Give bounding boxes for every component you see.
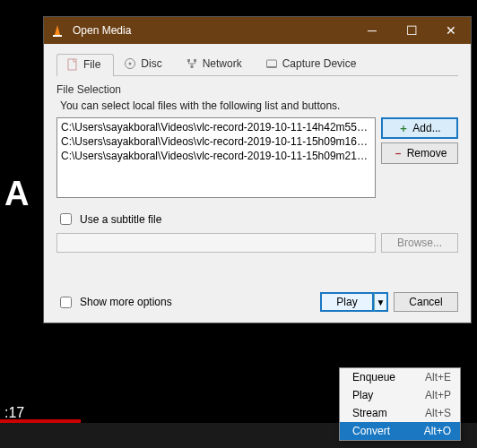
tab-network-label: Network bbox=[203, 57, 242, 70]
plus-icon: ＋ bbox=[398, 121, 409, 136]
menu-item-enqueue[interactable]: Enqueue Alt+E bbox=[340, 368, 460, 386]
play-button[interactable]: Play bbox=[320, 292, 374, 312]
more-options-row[interactable]: Show more options bbox=[56, 294, 172, 311]
file-list-item[interactable]: C:\Users\sayakboral\Videos\vlc-record-20… bbox=[59, 149, 373, 163]
file-selection-heading: File Selection bbox=[56, 83, 458, 96]
menu-item-stream[interactable]: Stream Alt+S bbox=[340, 404, 460, 422]
svg-rect-2 bbox=[68, 59, 76, 70]
menu-item-shortcut: Alt+E bbox=[425, 371, 451, 383]
cancel-button[interactable]: Cancel bbox=[394, 292, 458, 312]
browse-button: Browse... bbox=[381, 233, 458, 253]
file-selection-description: You can select local files with the foll… bbox=[60, 99, 458, 112]
tab-capture-label: Capture Device bbox=[282, 57, 357, 70]
tab-network[interactable]: Network bbox=[176, 53, 256, 75]
titlebar: Open Media ─ ☐ ✕ bbox=[44, 17, 471, 44]
window-title: Open Media bbox=[71, 24, 352, 37]
maximize-button[interactable]: ☐ bbox=[392, 17, 431, 44]
menu-item-label: Enqueue bbox=[352, 371, 395, 383]
add-button-label: Add... bbox=[412, 122, 440, 134]
svg-rect-5 bbox=[187, 59, 190, 62]
subtitle-checkbox-label: Use a subtitle file bbox=[80, 213, 161, 226]
menu-item-label: Stream bbox=[352, 407, 387, 419]
subtitle-path-input bbox=[56, 233, 376, 253]
file-list[interactable]: C:\Users\sayakboral\Videos\vlc-record-20… bbox=[56, 117, 376, 198]
svg-rect-1 bbox=[53, 35, 62, 37]
menu-item-shortcut: Alt+S bbox=[425, 407, 451, 419]
play-dropdown-toggle[interactable]: ▼ bbox=[374, 292, 388, 312]
minimize-button[interactable]: ─ bbox=[352, 17, 392, 44]
open-media-dialog: Open Media ─ ☐ ✕ File Disc Network Captu… bbox=[43, 16, 472, 323]
play-split-button[interactable]: Play ▼ bbox=[320, 292, 388, 312]
disc-icon bbox=[124, 57, 136, 70]
menu-item-label: Convert bbox=[352, 425, 390, 437]
menu-item-shortcut: Alt+O bbox=[424, 425, 451, 437]
subtitle-checkbox-row[interactable]: Use a subtitle file bbox=[56, 211, 458, 228]
source-tabs: File Disc Network Capture Device bbox=[56, 53, 458, 76]
svg-point-4 bbox=[129, 63, 132, 65]
svg-rect-9 bbox=[266, 66, 276, 68]
menu-item-convert[interactable]: Convert Alt+O bbox=[340, 422, 460, 440]
more-options-checkbox[interactable] bbox=[60, 297, 72, 308]
more-options-label: Show more options bbox=[80, 296, 172, 308]
svg-rect-7 bbox=[190, 65, 193, 68]
menu-item-shortcut: Alt+P bbox=[425, 389, 451, 401]
subtitle-checkbox[interactable] bbox=[60, 213, 72, 225]
remove-button[interactable]: － Remove bbox=[381, 142, 458, 164]
svg-rect-8 bbox=[266, 60, 276, 67]
background-partial-text: A bbox=[4, 175, 29, 213]
capture-icon bbox=[265, 57, 278, 70]
svg-marker-0 bbox=[55, 25, 60, 35]
player-time-label: :17 bbox=[4, 405, 24, 421]
network-icon bbox=[186, 57, 198, 70]
tab-file-label: File bbox=[83, 58, 100, 71]
tab-disc[interactable]: Disc bbox=[114, 53, 175, 75]
vlc-cone-icon bbox=[44, 17, 71, 44]
play-dropdown-menu: Enqueue Alt+E Play Alt+P Stream Alt+S Co… bbox=[339, 367, 461, 441]
tab-disc-label: Disc bbox=[141, 57, 161, 70]
file-icon bbox=[66, 58, 79, 71]
menu-item-label: Play bbox=[352, 389, 373, 401]
tab-capture[interactable]: Capture Device bbox=[256, 53, 370, 75]
file-list-item[interactable]: C:\Users\sayakboral\Videos\vlc-record-20… bbox=[59, 134, 373, 149]
minus-icon: － bbox=[393, 146, 403, 161]
remove-button-label: Remove bbox=[407, 147, 447, 159]
add-button[interactable]: ＋ Add... bbox=[381, 117, 458, 139]
svg-rect-6 bbox=[194, 59, 196, 62]
menu-item-play[interactable]: Play Alt+P bbox=[340, 386, 460, 404]
close-button[interactable]: ✕ bbox=[431, 17, 471, 44]
tab-file[interactable]: File bbox=[56, 54, 114, 76]
file-list-item[interactable]: C:\Users\sayakboral\Videos\vlc-record-20… bbox=[59, 120, 373, 134]
